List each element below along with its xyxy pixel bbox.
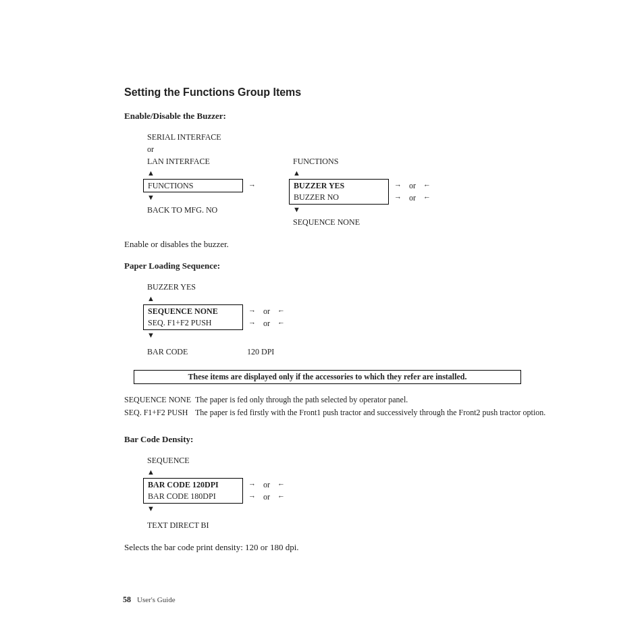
- menu-item: BACK TO MFG. NO: [143, 204, 242, 217]
- right-arrow-icon: →: [248, 305, 256, 317]
- down-arrow-icon: ▼: [143, 192, 155, 203]
- section1-desc: Enable or disables the buzzer.: [124, 239, 583, 250]
- or-label: or: [261, 317, 272, 330]
- section2-title: Paper Loading Sequence:: [124, 261, 583, 271]
- left-arrow-icon: ←: [277, 479, 285, 490]
- right-arrow-icon: →: [248, 317, 256, 329]
- or-label: or: [143, 143, 242, 156]
- page-heading: Setting the Functions Group Items: [124, 86, 583, 99]
- right-arrow-icon: →: [248, 479, 256, 490]
- menu-item: FUNCTIONS: [289, 155, 387, 168]
- left-arrow-icon: ←: [423, 192, 431, 203]
- right-arrow-icon: →: [248, 180, 269, 191]
- menu-item-selected: SEQUENCE NONE: [143, 304, 243, 318]
- or-label: or: [261, 491, 272, 504]
- left-arrow-icon: ←: [277, 305, 285, 317]
- sequence-menu-diagram: BUZZER YES ▲ SEQUENCE NONE → or ← SEQ. F…: [143, 281, 583, 358]
- right-arrow-icon: →: [394, 192, 402, 203]
- menu-item: SEQUENCE: [143, 454, 242, 467]
- section3-title: Bar Code Density:: [124, 434, 583, 445]
- menu-item: BAR CODE 180DPI: [143, 490, 243, 504]
- barcode-menu-diagram: SEQUENCE ▲ BAR CODE 120DPI → or ← BAR CO…: [143, 454, 583, 531]
- or-label: or: [261, 305, 272, 318]
- menu-value: 120 DPI: [247, 346, 274, 358]
- section1-title: Enable/Disable the Buzzer:: [124, 111, 583, 122]
- def-term: SEQUENCE NONE: [124, 394, 195, 406]
- note-box: These items are displayed only if the ac…: [134, 370, 521, 384]
- menu-item: TEXT DIRECT BI: [143, 519, 242, 532]
- def-text: The paper is fed firstly with the Front1…: [195, 406, 549, 419]
- menu-item: LAN INTERFACE: [143, 155, 242, 168]
- down-arrow-icon: ▼: [289, 204, 300, 215]
- down-arrow-icon: ▼: [143, 503, 155, 514]
- menu-item: SERIAL INTERFACE: [143, 131, 242, 144]
- up-arrow-icon: ▲: [143, 466, 155, 478]
- right-arrow-icon: →: [394, 180, 402, 191]
- or-label: or: [407, 192, 418, 205]
- section3-desc: Selects the bar code print density: 120 …: [124, 542, 583, 553]
- menu-item: SEQUENCE NONE: [289, 216, 387, 229]
- menu-item: BAR CODE: [143, 346, 242, 358]
- menu-item-selected: FUNCTIONS: [143, 179, 243, 193]
- down-arrow-icon: ▼: [143, 329, 155, 341]
- up-arrow-icon: ▲: [143, 293, 155, 304]
- definitions-table: SEQUENCE NONE The paper is fed only thro…: [124, 394, 549, 419]
- right-arrow-icon: →: [248, 491, 256, 502]
- left-arrow-icon: ←: [277, 317, 285, 329]
- def-term: SEQ. F1+F2 PUSH: [124, 406, 195, 419]
- menu-item: BUZZER NO: [289, 191, 389, 205]
- left-arrow-icon: ←: [423, 180, 431, 191]
- up-arrow-icon: ▲: [289, 167, 300, 179]
- or-label: or: [407, 180, 418, 192]
- page-number: 58: [123, 595, 131, 604]
- buzzer-menu-diagram: SERIAL INTERFACE or LAN INTERFACE ▲ FUNC…: [143, 131, 583, 228]
- up-arrow-icon: ▲: [143, 167, 155, 179]
- def-text: The paper is fed only through the path s…: [195, 394, 549, 406]
- menu-item: BUZZER YES: [143, 281, 242, 294]
- menu-item-selected: BAR CODE 120DPI: [143, 478, 243, 491]
- menu-item: SEQ. F1+F2 PUSH: [143, 317, 243, 330]
- left-arrow-icon: ←: [277, 491, 285, 502]
- menu-item-selected: BUZZER YES: [289, 179, 389, 192]
- page-footer: 58 User's Guide: [123, 595, 176, 605]
- or-label: or: [261, 479, 272, 491]
- footer-title: User's Guide: [137, 595, 176, 603]
